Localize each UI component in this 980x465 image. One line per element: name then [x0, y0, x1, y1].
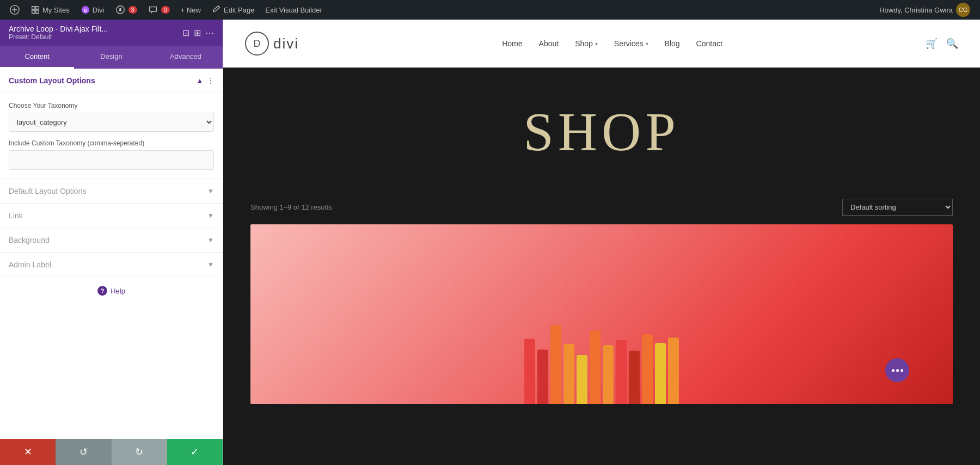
logo-text: divi — [273, 35, 299, 52]
dot-2 — [896, 369, 899, 372]
panel-grid-icon[interactable]: ⊞ — [194, 28, 201, 38]
search-icon[interactable]: 🔍 — [946, 38, 958, 50]
nav-contact[interactable]: Contact — [696, 39, 722, 48]
link-title: Link — [9, 211, 23, 220]
background-section[interactable]: Background ▼ — [0, 228, 223, 253]
pencil-1 — [524, 339, 535, 404]
new-button[interactable]: + New — [175, 0, 206, 20]
tab-advanced[interactable]: Advanced — [149, 46, 223, 69]
undo-icon: ↺ — [79, 446, 88, 458]
undo-button[interactable]: ↺ — [56, 439, 111, 465]
panel-bottom-buttons: ✕ ↺ ↻ ✓ — [0, 439, 223, 465]
nav-services-arrow: ▾ — [646, 41, 648, 47]
dot-1 — [892, 369, 895, 372]
howdy-text: Howdy, Christina Gwira — [879, 6, 953, 14]
panel-content: Custom Layout Options ▲ ⋮ Choose Your Ta… — [0, 69, 223, 439]
svg-text:D: D — [84, 8, 88, 13]
redo-icon: ↻ — [135, 446, 143, 458]
pencil-3 — [550, 325, 561, 404]
custom-taxonomy-label: Include Custom Taxonomy (comma-seperated… — [9, 139, 214, 147]
right-panel: D divi Home About Shop ▾ Services ▾ Blog… — [223, 20, 980, 465]
nav-icons: 🛒 🔍 — [926, 38, 958, 50]
cart-icon[interactable]: 🛒 — [926, 38, 938, 50]
floating-dots-button[interactable] — [885, 358, 909, 382]
edit-page-label: Edit Page — [224, 6, 254, 14]
comments-button[interactable]: 0 — [143, 0, 175, 20]
panel-header: Archive Loop - Divi Ajax Filt... Preset:… — [0, 20, 223, 46]
custom-layout-options-body: Choose Your Taxonomy layout_category cat… — [0, 93, 223, 179]
my-sites-label: My Sites — [42, 6, 70, 14]
svg-rect-4 — [36, 10, 39, 13]
panel-header-icons: ⊡ ⊞ ⋯ — [182, 28, 214, 38]
pencil-5 — [577, 355, 587, 404]
notifications-button[interactable]: 3 — [110, 0, 143, 20]
custom-layout-options-header[interactable]: Custom Layout Options ▲ ⋮ — [0, 69, 223, 93]
divi-button[interactable]: D Divi — [75, 0, 110, 20]
shop-content: Showing 1–9 of 12 results Default sortin… — [223, 190, 980, 465]
tab-design[interactable]: Design — [74, 46, 148, 69]
expand-icon-background: ▼ — [207, 236, 214, 244]
help-button[interactable]: ? Help — [0, 277, 223, 304]
save-icon: ✓ — [191, 446, 199, 458]
site-logo: D divi — [245, 32, 299, 56]
more-options-icon[interactable]: ⋮ — [207, 77, 214, 84]
product-image — [250, 224, 953, 404]
expand-icon-admin: ▼ — [207, 261, 214, 268]
divi-label: Divi — [93, 6, 105, 14]
collapse-icon[interactable]: ▲ — [197, 77, 203, 84]
taxonomy-select[interactable]: layout_category category tag custom — [9, 113, 214, 132]
dot-3 — [901, 369, 903, 372]
pencil-9 — [629, 351, 640, 404]
my-sites-button[interactable]: My Sites — [25, 0, 75, 20]
nav-services[interactable]: Services ▾ — [614, 39, 648, 48]
save-button[interactable]: ✓ — [167, 439, 223, 465]
expand-icon: ▼ — [207, 187, 214, 195]
exit-builder-label: Exit Visual Builder — [265, 6, 322, 14]
panel-tabs: Content Design Advanced — [0, 46, 223, 69]
product-pencils — [250, 325, 953, 404]
main-area: Archive Loop - Divi Ajax Filt... Preset:… — [0, 20, 980, 465]
nav-about[interactable]: About — [539, 39, 559, 48]
panel-window-icon[interactable]: ⊡ — [182, 28, 189, 38]
panel-more-icon[interactable]: ⋯ — [205, 28, 214, 38]
panel-title: Archive Loop - Divi Ajax Filt... — [9, 25, 108, 33]
custom-taxonomy-input[interactable] — [9, 150, 214, 170]
panel-preset: Preset: Default — [9, 33, 108, 41]
logo-circle: D — [245, 32, 269, 56]
pencil-6 — [590, 331, 601, 404]
sort-select[interactable]: Default sorting Sort by popularity Sort … — [842, 199, 953, 216]
shop-toolbar: Showing 1–9 of 12 results Default sortin… — [250, 190, 953, 224]
site-nav: D divi Home About Shop ▾ Services ▾ Blog… — [223, 20, 980, 68]
nav-shop[interactable]: Shop ▾ — [575, 39, 598, 48]
cancel-button[interactable]: ✕ — [0, 439, 56, 465]
background-title: Background — [9, 236, 50, 244]
help-icon: ? — [97, 286, 107, 296]
pencil-8 — [616, 340, 627, 404]
left-panel: Archive Loop - Divi Ajax Filt... Preset:… — [0, 20, 223, 465]
redo-button[interactable]: ↻ — [112, 439, 167, 465]
notifications-count: 3 — [128, 6, 137, 14]
nav-home[interactable]: Home — [502, 39, 522, 48]
nav-shop-arrow: ▾ — [595, 41, 598, 47]
exit-builder-button[interactable]: Exit Visual Builder — [260, 0, 328, 20]
shop-hero: SHOP — [223, 68, 980, 190]
cancel-icon: ✕ — [24, 446, 32, 458]
nav-blog[interactable]: Blog — [665, 39, 680, 48]
wp-admin-bar: My Sites D Divi 3 0 + New Edit Page Exit… — [0, 0, 980, 20]
tab-content[interactable]: Content — [0, 46, 74, 69]
link-section[interactable]: Link ▼ — [0, 204, 223, 228]
pencil-11 — [655, 343, 666, 404]
howdy-user: Howdy, Christina Gwira CG — [874, 3, 976, 17]
pencil-7 — [603, 345, 614, 404]
pencil-10 — [642, 334, 653, 404]
new-label: + New — [181, 6, 201, 14]
admin-label-section[interactable]: Admin Label ▼ — [0, 253, 223, 277]
custom-taxonomy-field-group: Include Custom Taxonomy (comma-seperated… — [9, 139, 214, 170]
nav-shop-label: Shop — [575, 39, 593, 48]
svg-rect-1 — [32, 7, 35, 9]
section-header-icons: ▲ ⋮ — [197, 77, 214, 84]
wp-logo-button[interactable] — [4, 0, 25, 20]
pencil-2 — [537, 350, 548, 404]
edit-page-button[interactable]: Edit Page — [206, 0, 260, 20]
default-layout-options-section[interactable]: Default Layout Options ▼ — [0, 179, 223, 204]
